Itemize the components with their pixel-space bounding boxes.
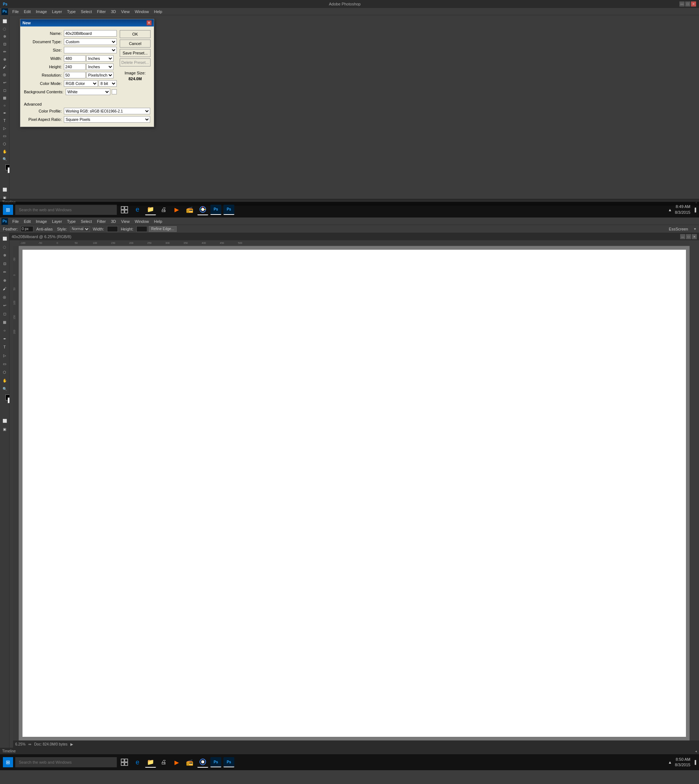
menu-help[interactable]: Help [152, 9, 165, 15]
bottom-refine-edge-button[interactable]: Refine Edge... [149, 226, 177, 232]
bottom-width-input[interactable] [107, 226, 118, 232]
bottom-menu-window[interactable]: Window [133, 219, 151, 224]
bottom-tool-path[interactable]: ▷ [1, 351, 9, 359]
bottom-tool-text[interactable]: T [1, 343, 9, 351]
tool-crop[interactable]: ⊡ [1, 40, 9, 48]
width-unit-select[interactable]: Inches [86, 55, 114, 62]
name-input[interactable] [64, 30, 117, 37]
bottom-tool-3d[interactable]: ⬡ [1, 368, 9, 376]
doc-type-select[interactable]: Custom [64, 38, 117, 45]
doc-restore-btn[interactable]: □ [686, 234, 691, 239]
width-value-input[interactable] [64, 55, 86, 62]
canvas-viewport[interactable] [19, 246, 689, 741]
bit-depth-select[interactable]: 8 bit [99, 80, 117, 87]
size-select[interactable] [64, 47, 117, 53]
taskbar-chrome-top[interactable] [197, 204, 208, 215]
bottom-menu-3d[interactable]: 3D [109, 219, 118, 224]
bottom-menu-layer[interactable]: Layer [50, 219, 64, 224]
color-mode-select[interactable]: RGB Color [64, 80, 98, 87]
bottom-tool-heal[interactable]: ⊕ [1, 276, 9, 284]
bottom-menu-file[interactable]: File [10, 219, 21, 224]
taskbar-radio-top[interactable]: 📻 [184, 204, 195, 215]
tool-clone[interactable]: ◎ [1, 71, 9, 78]
bottom-workspace-arrow[interactable]: ▼ [692, 226, 697, 232]
doc-close-btn[interactable]: ✕ [692, 234, 697, 239]
taskbar-print-top[interactable]: 🖨 [158, 204, 169, 215]
resolution-value-input[interactable] [64, 72, 86, 78]
resolution-unit-select[interactable]: Pixels/Inch [86, 72, 114, 78]
tool-rectangle-select[interactable]: ⬜ [1, 17, 9, 25]
menu-3d[interactable]: 3D [109, 9, 118, 15]
tool-path-select[interactable]: ▷ [1, 125, 9, 132]
bottom-tool-zoom[interactable]: 🔍 [1, 385, 9, 393]
doc-minimize-btn[interactable]: — [680, 234, 685, 239]
taskbar-chrome-bottom[interactable] [197, 757, 208, 768]
bg-contents-select[interactable]: White [66, 88, 110, 95]
restore-button[interactable]: □ [685, 2, 690, 7]
cancel-button[interactable]: Cancel [120, 40, 151, 48]
bottom-menu-help[interactable]: Help [152, 219, 165, 224]
bottom-screen-mode[interactable]: ▣ [1, 425, 9, 433]
bottom-quick-mask[interactable]: ⬜ [1, 417, 9, 425]
height-unit-select[interactable]: Inches [86, 63, 114, 70]
tool-eraser[interactable]: ◻ [1, 86, 9, 94]
bottom-tool-eyedropper[interactable]: ✏ [1, 268, 9, 276]
bottom-tool-history[interactable]: ↩ [1, 301, 9, 309]
bottom-tool-clone[interactable]: ◎ [1, 293, 9, 301]
tool-text[interactable]: T [1, 117, 9, 125]
bottom-tool-lasso[interactable]: ◌ [1, 243, 9, 251]
bottom-menu-edit[interactable]: Edit [22, 219, 33, 224]
minimize-button[interactable]: — [679, 2, 684, 7]
taskbar-radio-bottom[interactable]: 📻 [184, 757, 195, 768]
doc-info-arrow[interactable]: ▶ [70, 742, 73, 746]
taskbar-task-view[interactable] [119, 204, 130, 215]
bottom-tool-brush[interactable]: 🖌 [1, 284, 9, 292]
taskbar-explorer-bottom[interactable]: 📁 [145, 757, 156, 768]
tool-shape[interactable]: ▭ [1, 133, 9, 140]
search-input-top[interactable] [15, 205, 117, 215]
taskbar-edge-top[interactable]: e [132, 204, 143, 215]
menu-layer[interactable]: Layer [50, 9, 64, 15]
taskbar-edge-bottom[interactable]: e [132, 757, 143, 768]
bottom-style-select[interactable]: Normal [70, 226, 90, 232]
timeline-collapse-bottom[interactable]: ◂ [695, 749, 697, 753]
taskbar-ps1-bottom[interactable]: Ps [210, 757, 221, 767]
menu-filter[interactable]: Filter [95, 9, 108, 15]
bottom-tool-dodge[interactable]: ○ [1, 326, 9, 334]
bottom-tool-eraser[interactable]: ◻ [1, 310, 9, 317]
bottom-tool-hand[interactable]: ✋ [1, 376, 9, 384]
taskbar-ps2-top[interactable]: Ps [224, 205, 234, 215]
menu-view[interactable]: View [119, 9, 132, 15]
quick-mask-button[interactable]: ⬜ [1, 186, 9, 194]
tool-3d[interactable]: ⬡ [1, 140, 9, 147]
taskbar-media-bottom[interactable]: ▶ [171, 757, 182, 768]
tool-lasso[interactable]: ◌ [1, 25, 9, 32]
doc-tab[interactable]: 40x20Billboard @ 6.25% (RGB/8) [12, 234, 71, 239]
ok-button[interactable]: OK [120, 30, 151, 38]
tool-heal[interactable]: ⊕ [1, 56, 9, 63]
tool-zoom[interactable]: 🔍 [1, 155, 9, 163]
show-desktop-top[interactable]: ▐ [693, 208, 696, 212]
menu-window[interactable]: Window [133, 9, 151, 15]
taskbar-print-bottom[interactable]: 🖨 [158, 757, 169, 768]
menu-file[interactable]: File [10, 9, 21, 15]
tool-brush[interactable]: 🖌 [1, 63, 9, 71]
bottom-feather-input[interactable] [21, 226, 33, 232]
menu-select[interactable]: Select [79, 9, 94, 15]
menu-type[interactable]: Type [65, 9, 78, 15]
height-value-input[interactable] [64, 63, 86, 70]
dialog-close-button[interactable]: ✕ [147, 20, 152, 25]
taskbar-task-view-bottom[interactable] [119, 757, 130, 768]
bottom-menu-filter[interactable]: Filter [95, 219, 108, 224]
bottom-tool-crop[interactable]: ⊡ [1, 259, 9, 267]
start-button-top[interactable]: ⊞ [3, 205, 13, 215]
bottom-menu-view[interactable]: View [119, 219, 132, 224]
bottom-menu-image[interactable]: Image [34, 219, 49, 224]
taskbar-media-top[interactable]: ▶ [171, 204, 182, 215]
save-preset-button[interactable]: Save Preset... [120, 49, 151, 57]
tool-history-brush[interactable]: ↩ [1, 79, 9, 86]
bottom-tool-rect-select[interactable]: ⬜ [1, 234, 9, 243]
tool-gradient[interactable]: ▦ [1, 94, 9, 101]
bottom-height-input[interactable] [136, 226, 147, 232]
tool-pen[interactable]: ✒ [1, 110, 9, 117]
